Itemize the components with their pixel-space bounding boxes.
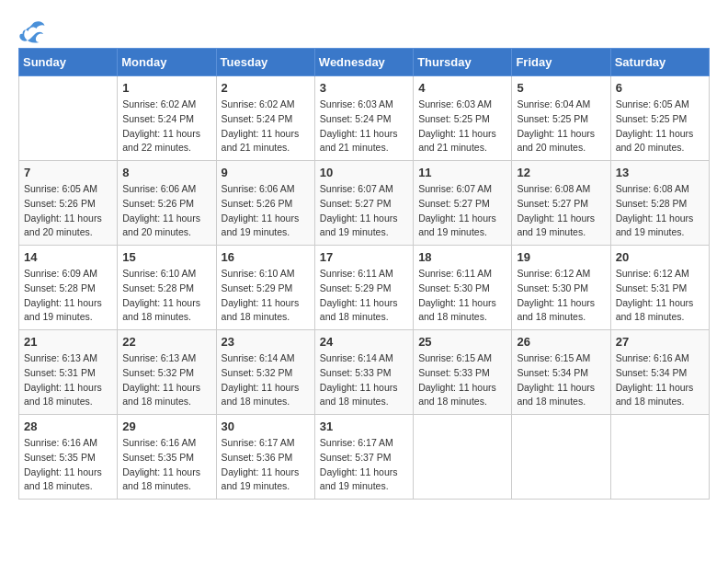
- day-number: 20: [616, 250, 704, 264]
- daylight-text: Daylight: 11 hours and 18 minutes.: [517, 382, 595, 408]
- day-number: 2: [222, 81, 310, 95]
- daylight-text: Daylight: 11 hours and 19 minutes.: [616, 213, 694, 238]
- sunrise-text: Sunrise: 6:06 AM: [222, 183, 295, 194]
- sunrise-text: Sunrise: 6:16 AM: [122, 437, 196, 448]
- calendar-cell: 4 Sunrise: 6:03 AM Sunset: 5:25 PM Dayli…: [414, 76, 512, 161]
- sunset-text: Sunset: 5:27 PM: [418, 198, 490, 209]
- day-number: 23: [222, 335, 310, 349]
- sunset-text: Sunset: 5:35 PM: [24, 452, 96, 463]
- calendar-header-row: SundayMondayTuesdayWednesdayThursdayFrid…: [19, 49, 710, 76]
- calendar-cell: 9 Sunrise: 6:06 AM Sunset: 5:26 PM Dayli…: [216, 161, 314, 246]
- cell-content: Sunrise: 6:13 AM Sunset: 5:31 PM Dayligh…: [24, 351, 112, 409]
- sunrise-text: Sunrise: 6:12 AM: [517, 268, 590, 279]
- sunset-text: Sunset: 5:33 PM: [320, 367, 392, 378]
- day-number: 12: [517, 166, 605, 179]
- calendar-cell: [19, 76, 118, 161]
- header-tuesday: Tuesday: [216, 49, 314, 76]
- calendar-cell: 12 Sunrise: 6:08 AM Sunset: 5:27 PM Dayl…: [512, 161, 610, 246]
- day-number: 31: [320, 419, 408, 433]
- daylight-text: Daylight: 11 hours and 18 minutes.: [222, 382, 300, 408]
- calendar-table: SundayMondayTuesdayWednesdayThursdayFrid…: [18, 48, 710, 500]
- cell-content: Sunrise: 6:07 AM Sunset: 5:27 PM Dayligh…: [418, 182, 506, 240]
- sunrise-text: Sunrise: 6:13 AM: [122, 352, 196, 363]
- daylight-text: Daylight: 11 hours and 20 minutes.: [24, 213, 102, 238]
- daylight-text: Daylight: 11 hours and 18 minutes.: [320, 382, 398, 408]
- sunrise-text: Sunrise: 6:14 AM: [222, 352, 295, 363]
- cell-content: Sunrise: 6:16 AM Sunset: 5:35 PM Dayligh…: [122, 436, 210, 494]
- calendar-cell: 6 Sunrise: 6:05 AM Sunset: 5:25 PM Dayli…: [610, 76, 709, 161]
- sunrise-text: Sunrise: 6:11 AM: [418, 268, 492, 279]
- sunrise-text: Sunrise: 6:10 AM: [222, 268, 295, 279]
- daylight-text: Daylight: 11 hours and 18 minutes.: [616, 297, 694, 323]
- sunrise-text: Sunrise: 6:08 AM: [616, 183, 689, 194]
- cell-content: Sunrise: 6:08 AM Sunset: 5:28 PM Dayligh…: [616, 182, 704, 240]
- cell-content: Sunrise: 6:14 AM Sunset: 5:33 PM Dayligh…: [320, 351, 408, 409]
- sunset-text: Sunset: 5:26 PM: [222, 198, 293, 209]
- day-number: 24: [320, 335, 408, 349]
- sunset-text: Sunset: 5:27 PM: [517, 198, 588, 209]
- sunrise-text: Sunrise: 6:11 AM: [320, 268, 393, 279]
- cell-content: Sunrise: 6:15 AM Sunset: 5:34 PM Dayligh…: [517, 351, 605, 409]
- day-number: 26: [517, 335, 605, 349]
- sunrise-text: Sunrise: 6:03 AM: [418, 98, 492, 109]
- cell-content: Sunrise: 6:06 AM Sunset: 5:26 PM Dayligh…: [122, 182, 210, 240]
- daylight-text: Daylight: 11 hours and 18 minutes.: [122, 382, 200, 408]
- sunset-text: Sunset: 5:31 PM: [616, 282, 688, 293]
- daylight-text: Daylight: 11 hours and 18 minutes.: [122, 466, 200, 492]
- cell-content: Sunrise: 6:10 AM Sunset: 5:29 PM Dayligh…: [222, 267, 310, 325]
- cell-content: Sunrise: 6:06 AM Sunset: 5:26 PM Dayligh…: [222, 182, 310, 240]
- calendar-week-5: 28 Sunrise: 6:16 AM Sunset: 5:35 PM Dayl…: [19, 415, 710, 500]
- cell-content: Sunrise: 6:03 AM Sunset: 5:24 PM Dayligh…: [320, 98, 408, 155]
- sunset-text: Sunset: 5:32 PM: [122, 367, 194, 378]
- sunset-text: Sunset: 5:31 PM: [24, 367, 96, 378]
- cell-content: Sunrise: 6:11 AM Sunset: 5:29 PM Dayligh…: [320, 267, 408, 325]
- calendar-cell: 14 Sunrise: 6:09 AM Sunset: 5:28 PM Dayl…: [19, 246, 118, 330]
- daylight-text: Daylight: 11 hours and 18 minutes.: [24, 466, 102, 492]
- daylight-text: Daylight: 11 hours and 18 minutes.: [418, 297, 496, 323]
- calendar-cell: 30 Sunrise: 6:17 AM Sunset: 5:36 PM Dayl…: [216, 415, 314, 500]
- calendar-cell: 23 Sunrise: 6:14 AM Sunset: 5:32 PM Dayl…: [216, 330, 314, 415]
- daylight-text: Daylight: 11 hours and 18 minutes.: [616, 382, 694, 408]
- day-number: 1: [122, 81, 210, 95]
- logo: [18, 18, 50, 44]
- daylight-text: Daylight: 11 hours and 19 minutes.: [222, 466, 300, 492]
- daylight-text: Daylight: 11 hours and 19 minutes.: [222, 213, 300, 238]
- daylight-text: Daylight: 11 hours and 18 minutes.: [320, 297, 398, 323]
- cell-content: Sunrise: 6:05 AM Sunset: 5:26 PM Dayligh…: [24, 182, 112, 240]
- cell-content: Sunrise: 6:14 AM Sunset: 5:32 PM Dayligh…: [222, 351, 310, 409]
- day-number: 18: [418, 250, 506, 264]
- cell-content: Sunrise: 6:04 AM Sunset: 5:25 PM Dayligh…: [517, 98, 605, 155]
- sunset-text: Sunset: 5:25 PM: [517, 113, 588, 124]
- day-number: 9: [222, 166, 310, 179]
- calendar-cell: 13 Sunrise: 6:08 AM Sunset: 5:28 PM Dayl…: [610, 161, 709, 246]
- day-number: 4: [418, 81, 506, 95]
- day-number: 5: [517, 81, 605, 95]
- daylight-text: Daylight: 11 hours and 20 minutes.: [122, 213, 200, 238]
- sunset-text: Sunset: 5:35 PM: [122, 452, 194, 463]
- calendar-cell: [610, 415, 709, 500]
- daylight-text: Daylight: 11 hours and 19 minutes.: [517, 213, 595, 238]
- day-number: 19: [517, 250, 605, 264]
- day-number: 14: [24, 250, 112, 264]
- sunset-text: Sunset: 5:36 PM: [222, 452, 293, 463]
- daylight-text: Daylight: 11 hours and 19 minutes.: [320, 213, 398, 238]
- daylight-text: Daylight: 11 hours and 19 minutes.: [24, 297, 102, 323]
- day-number: 6: [616, 81, 704, 95]
- day-number: 10: [320, 166, 408, 179]
- calendar-cell: 22 Sunrise: 6:13 AM Sunset: 5:32 PM Dayl…: [118, 330, 216, 415]
- calendar-cell: 25 Sunrise: 6:15 AM Sunset: 5:33 PM Dayl…: [414, 330, 512, 415]
- calendar-cell: 24 Sunrise: 6:14 AM Sunset: 5:33 PM Dayl…: [314, 330, 413, 415]
- cell-content: Sunrise: 6:12 AM Sunset: 5:31 PM Dayligh…: [616, 267, 704, 325]
- page-header: [18, 18, 710, 44]
- sunset-text: Sunset: 5:34 PM: [517, 367, 588, 378]
- calendar-cell: 20 Sunrise: 6:12 AM Sunset: 5:31 PM Dayl…: [610, 246, 709, 330]
- calendar-cell: 19 Sunrise: 6:12 AM Sunset: 5:30 PM Dayl…: [512, 246, 610, 330]
- sunrise-text: Sunrise: 6:07 AM: [418, 183, 492, 194]
- calendar-cell: 10 Sunrise: 6:07 AM Sunset: 5:27 PM Dayl…: [314, 161, 413, 246]
- calendar-cell: 5 Sunrise: 6:04 AM Sunset: 5:25 PM Dayli…: [512, 76, 610, 161]
- day-number: 21: [24, 335, 112, 349]
- header-thursday: Thursday: [414, 49, 512, 76]
- cell-content: Sunrise: 6:17 AM Sunset: 5:36 PM Dayligh…: [222, 436, 310, 494]
- daylight-text: Daylight: 11 hours and 18 minutes.: [122, 297, 200, 323]
- day-number: 13: [616, 166, 704, 179]
